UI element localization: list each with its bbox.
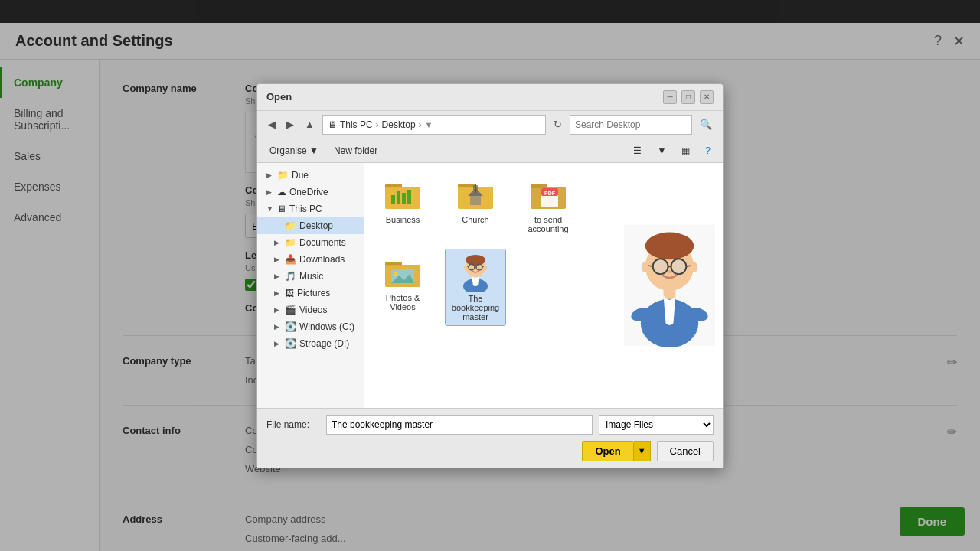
tree-item-due[interactable]: ▶ 📁 Due [257, 167, 364, 184]
folder-icon-music: 🎵 [285, 271, 296, 282]
church-folder-icon [455, 174, 497, 213]
svg-point-45 [671, 259, 686, 274]
svg-rect-19 [475, 184, 476, 193]
drive-icon-d: 💽 [285, 338, 296, 349]
view-tiles-btn[interactable]: ▦ [677, 143, 694, 158]
help-btn[interactable]: ? [701, 143, 715, 158]
dialog-footer: File name: Image Files Open ▼ Cancel [257, 408, 723, 468]
tree-item-windows-c[interactable]: ▶ 💽 Windows (C:) [257, 318, 364, 335]
dialog-body: ▶ 📁 Due ▶ ☁ OneDrive ▼ 🖥 This PC 📁 [257, 163, 723, 408]
svg-point-43 [645, 232, 694, 259]
dialog-close-btn[interactable]: ✕ [700, 90, 714, 104]
svg-point-51 [668, 270, 672, 273]
dialog-search-btn[interactable]: 🔍 [697, 117, 715, 132]
svg-point-40 [483, 266, 487, 270]
folder-icon-onedrive: ☁ [277, 187, 286, 197]
nav-back-btn[interactable]: ◀ [265, 117, 279, 132]
svg-rect-12 [407, 190, 411, 204]
church-folder-label: Church [462, 215, 488, 224]
file-name-input[interactable] [326, 415, 593, 435]
breadcrumb-icon: 🖥 [328, 119, 337, 130]
svg-rect-10 [397, 191, 400, 204]
open-button[interactable]: Open [582, 441, 633, 461]
dialog-minimize-btn[interactable]: ─ [663, 90, 677, 104]
dialog-overlay: Open ─ □ ✕ ◀ ▶ ▲ 🖥 This PC › Desktop › ▼… [0, 0, 980, 551]
view-details-btn[interactable]: ☰ [629, 143, 646, 158]
breadcrumb-desktop: Desktop [382, 119, 416, 130]
dialog-controls: ─ □ ✕ [663, 90, 714, 104]
photos-folder-icon [382, 253, 424, 291]
file-item-accounting[interactable]: PDF to send accounting [518, 171, 579, 237]
file-type-select[interactable]: Image Files [599, 415, 714, 435]
bookkeeping-image-label: The bookkeeping master [449, 294, 501, 321]
dialog-search-input[interactable] [570, 115, 692, 135]
open-dialog: Open ─ □ ✕ ◀ ▶ ▲ 🖥 This PC › Desktop › ▼… [256, 83, 724, 468]
dialog-title: Open [266, 91, 292, 103]
file-name-label: File name: [266, 419, 320, 430]
svg-point-39 [463, 266, 467, 270]
dialog-maximize-btn[interactable]: □ [681, 90, 695, 104]
organise-btn[interactable]: Organise ▼ [265, 143, 323, 158]
svg-point-49 [642, 262, 649, 272]
tree-item-onedrive[interactable]: ▶ ☁ OneDrive [257, 184, 364, 201]
svg-rect-9 [391, 195, 395, 204]
file-item-business[interactable]: Business [372, 171, 433, 237]
tree-item-this-pc[interactable]: ▼ 🖥 This PC [257, 201, 364, 217]
pc-icon: 🖥 [277, 204, 286, 214]
svg-rect-11 [402, 193, 406, 204]
folder-icon-documents: 📁 [285, 237, 296, 248]
breadcrumb-bar: 🖥 This PC › Desktop › ▼ [322, 115, 546, 135]
view-toggle-btn[interactable]: ▼ [652, 143, 671, 158]
file-item-church[interactable]: Church [445, 171, 506, 237]
tree-item-documents[interactable]: ▶ 📁 Documents [257, 234, 364, 251]
new-folder-btn[interactable]: New folder [329, 143, 382, 158]
cancel-button[interactable]: Cancel [657, 441, 714, 461]
file-item-photos[interactable]: Photos & Videos [372, 249, 433, 326]
folder-icon-due: 📁 [277, 170, 289, 181]
folder-icon-videos: 🎬 [285, 305, 296, 315]
preview-avatar [624, 224, 715, 347]
accounting-folder-icon: PDF [528, 174, 570, 213]
dialog-navbar: ◀ ▶ ▲ 🖥 This PC › Desktop › ▼ ↻ 🔍 [257, 111, 723, 139]
file-item-bookkeeping[interactable]: The bookkeeping master [445, 249, 506, 326]
tree-item-pictures[interactable]: ▶ 🖼 Pictures [257, 285, 364, 302]
photos-folder-label: Photos & Videos [376, 293, 430, 311]
dialog-sidebar: ▶ 📁 Due ▶ ☁ OneDrive ▼ 🖥 This PC 📁 [257, 163, 364, 408]
accounting-folder-label: to send accounting [521, 215, 575, 233]
tree-item-desktop[interactable]: 📁 Desktop [257, 217, 364, 234]
footer-buttons: Open ▼ Cancel [266, 441, 714, 461]
business-folder-label: Business [386, 215, 420, 224]
dialog-files: Business [364, 163, 616, 408]
dialog-toolbar: Organise ▼ New folder ☰ ▼ ▦ ? [257, 139, 723, 163]
tree-item-music[interactable]: ▶ 🎵 Music [257, 268, 364, 285]
svg-point-50 [690, 262, 697, 272]
svg-point-32 [466, 255, 485, 266]
tree-item-downloads[interactable]: ▶ 📥 Downloads [257, 251, 364, 268]
svg-point-29 [394, 272, 398, 276]
folder-icon-downloads: 📥 [285, 254, 296, 265]
nav-up-btn[interactable]: ▲ [302, 117, 318, 132]
business-folder-icon [382, 174, 424, 213]
svg-text:PDF: PDF [544, 191, 556, 196]
tree-item-videos[interactable]: ▶ 🎬 Videos [257, 302, 364, 318]
open-btn-group: Open ▼ [582, 441, 650, 461]
bookkeeping-image-icon [455, 253, 497, 292]
preview-panel [616, 163, 723, 408]
drive-icon-c: 💽 [285, 321, 296, 332]
tree-item-storage-d[interactable]: ▶ 💽 Stroage (D:) [257, 335, 364, 352]
nav-refresh-btn[interactable]: ↻ [550, 117, 565, 132]
open-btn-dropdown[interactable]: ▼ [634, 441, 651, 461]
filename-row: File name: Image Files [266, 415, 714, 435]
svg-point-44 [653, 259, 668, 274]
folder-icon-desktop: 📁 [285, 220, 296, 231]
svg-rect-21 [531, 184, 547, 188]
folder-icon-pictures: 🖼 [285, 288, 294, 298]
nav-forward-btn[interactable]: ▶ [283, 117, 297, 132]
breadcrumb-this-pc: This PC [340, 119, 373, 130]
dialog-title-bar: Open ─ □ ✕ [257, 84, 723, 111]
